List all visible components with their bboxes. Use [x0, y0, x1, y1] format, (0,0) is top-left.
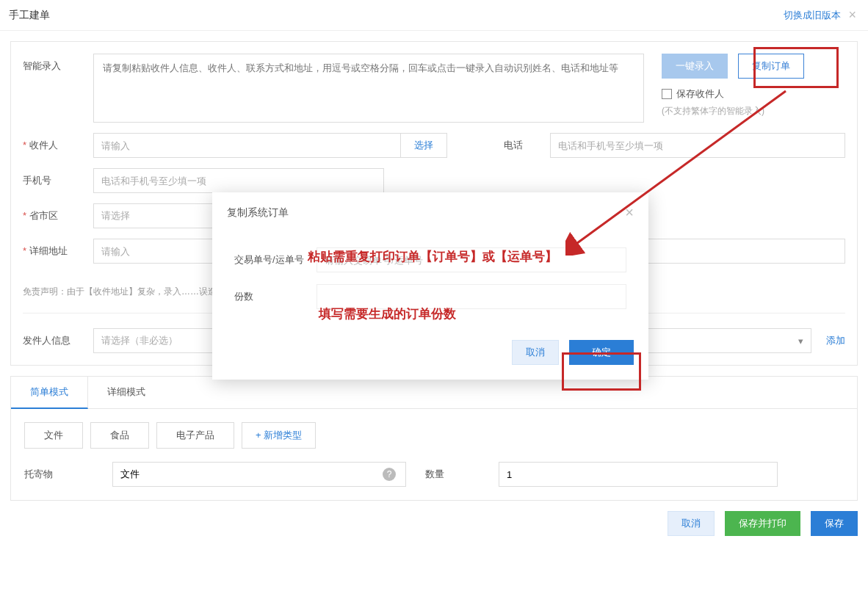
checkbox-icon[interactable]: [662, 89, 672, 99]
tab-detail[interactable]: 详细模式: [88, 377, 165, 408]
save-recipient-label: 保存收件人: [676, 87, 724, 101]
tabs-body: 文件 食品 电子产品 + 新增类型 托寄物 ? 数量: [11, 409, 857, 500]
phone-field: 电话: [491, 133, 845, 158]
chip-food[interactable]: 食品: [90, 422, 149, 449]
recipient-row: 收件人 选择 电话: [23, 133, 845, 158]
modal-body: 交易单号/运单号 份数: [212, 228, 648, 336]
smart-input-textarea[interactable]: [93, 54, 644, 123]
modal-row-copies: 份数: [234, 284, 626, 309]
recipient-select-button[interactable]: 选择: [400, 133, 447, 158]
recipient-label: 收件人: [23, 133, 93, 152]
modal-order-label: 交易单号/运单号: [234, 253, 317, 267]
chip-row: 文件 食品 电子产品 + 新增类型: [24, 422, 844, 449]
tabs-section: 简单模式 详细模式 文件 食品 电子产品 + 新增类型 托寄物 ? 数量: [10, 376, 858, 501]
phone-input[interactable]: [550, 133, 845, 158]
modal-copies-input[interactable]: [317, 284, 626, 309]
modal-cancel-button[interactable]: 取消: [512, 340, 559, 365]
smart-hint: (不支持繁体字的智能录入): [662, 105, 845, 117]
goods-label: 托寄物: [24, 468, 83, 481]
smart-input-label: 智能录入: [23, 54, 93, 73]
modal-title: 复制系统订单: [227, 206, 289, 220]
switch-version-link[interactable]: 切换成旧版本: [784, 9, 841, 22]
sender-label: 发件人信息: [23, 334, 93, 347]
modal-row-order-no: 交易单号/运单号: [234, 247, 626, 272]
modal-order-input[interactable]: [317, 247, 626, 272]
onekey-button[interactable]: 一键录入: [662, 54, 728, 79]
sender-add-button[interactable]: 添加: [826, 334, 845, 347]
header: 手工建单 切换成旧版本 ×: [0, 0, 868, 31]
region-placeholder: 请选择: [101, 209, 130, 222]
smart-right-block: 一键录入 复制订单 保存收件人 (不支持繁体字的智能录入): [662, 54, 845, 117]
qty-input[interactable]: [499, 462, 778, 487]
copy-order-modal: 复制系统订单 × 交易单号/运单号 份数 取消 确定: [212, 192, 648, 380]
mobile-row: 手机号: [23, 168, 845, 193]
close-icon[interactable]: ×: [848, 7, 856, 23]
phone-label: 电话: [491, 139, 535, 152]
qty-label: 数量: [425, 468, 469, 481]
mobile-label: 手机号: [23, 168, 93, 187]
modal-footer: 取消 确定: [212, 336, 648, 380]
goods-input[interactable]: [112, 462, 406, 487]
chip-elec[interactable]: 电子产品: [156, 422, 234, 449]
recipient-two-col: 选择 电话: [93, 133, 845, 158]
tabs: 简单模式 详细模式: [11, 377, 857, 409]
smart-btn-row: 一键录入 复制订单: [662, 54, 845, 79]
region-label: 省市区: [23, 203, 93, 222]
tab-simple[interactable]: 简单模式: [11, 377, 88, 409]
recipient-field: 选择: [93, 133, 447, 158]
save-recipient-checkbox-row[interactable]: 保存收件人: [662, 87, 845, 101]
sender-placeholder: 请选择（非必选）: [101, 334, 178, 347]
page-title: 手工建单: [9, 9, 50, 22]
modal-ok-button[interactable]: 确定: [569, 340, 634, 365]
recipient-input-group: 选择: [93, 133, 447, 158]
help-icon[interactable]: ?: [383, 468, 396, 481]
header-right: 切换成旧版本 ×: [784, 7, 856, 23]
modal-header: 复制系统订单 ×: [212, 192, 648, 228]
copy-order-button[interactable]: 复制订单: [738, 54, 804, 79]
goods-row: 托寄物 ? 数量: [24, 462, 844, 487]
address-label: 详细地址: [23, 239, 93, 258]
save-button[interactable]: 保存: [811, 511, 858, 536]
chip-file[interactable]: 文件: [24, 422, 83, 449]
chip-add-type[interactable]: + 新增类型: [242, 422, 316, 449]
modal-copies-label: 份数: [234, 290, 317, 303]
recipient-input[interactable]: [93, 133, 400, 158]
cancel-button[interactable]: 取消: [668, 511, 715, 536]
save-print-button[interactable]: 保存并打印: [725, 511, 800, 536]
footer-buttons: 取消 保存并打印 保存: [0, 511, 868, 551]
smart-input-row: 智能录入 一键录入 复制订单 保存收件人 (不支持繁体字的智能录入): [23, 54, 845, 123]
mobile-input[interactable]: [93, 168, 384, 193]
modal-close-icon[interactable]: ×: [625, 204, 634, 221]
chevron-down-icon: ▾: [798, 336, 803, 347]
